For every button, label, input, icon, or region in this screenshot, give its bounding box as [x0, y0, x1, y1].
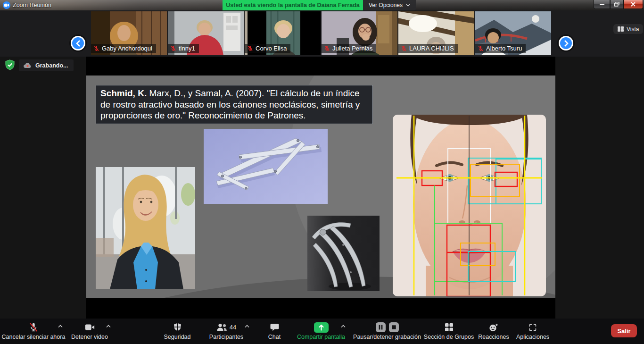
breakout-rooms-button[interactable]: Sección de Grupos	[424, 319, 473, 344]
meeting-toolbar: Cancelar silenciar ahora Detener video S…	[0, 319, 644, 344]
chevron-right-icon	[564, 40, 569, 47]
presentation-slide: Schmid, K. Marx, D., y Samal, A. (2007).…	[86, 76, 555, 298]
minimize-icon	[600, 4, 604, 5]
participant-name-tag: Gaby Anchordoqui	[91, 44, 156, 53]
participant-name-tag: LAURA CHIJLIS	[398, 44, 458, 53]
security-button[interactable]: Seguridad	[154, 319, 201, 344]
participants-video-strip: Gaby Anchordoqui tinny1	[0, 10, 644, 57]
participants-options-caret[interactable]	[244, 325, 250, 328]
participants-count: 44	[230, 324, 236, 331]
share-options-caret[interactable]	[340, 325, 346, 328]
apps-button[interactable]: Aplicaciones	[514, 319, 552, 344]
zoom-app-icon	[3, 1, 10, 9]
pause-recording-button-icon[interactable]	[376, 322, 386, 332]
golden-gauge-photo	[307, 216, 380, 291]
title-bar: Zoom Reunión Usted está viendo la pantal…	[0, 0, 644, 10]
participants-icon	[216, 323, 228, 331]
portrait-photo	[96, 167, 195, 289]
grid-view-icon	[618, 26, 624, 32]
cloud-recording-icon	[24, 62, 32, 68]
participant-name-tag: Corvo Elisa	[245, 44, 290, 53]
shared-screen-area: Schmid, K. Marx, D., y Samal, A. (2007).…	[86, 57, 555, 319]
video-tile-laura[interactable]: LAURA CHIJLIS	[398, 11, 474, 55]
stop-recording-button-icon[interactable]	[389, 322, 399, 332]
citation-box: Schmid, K. Marx, D., y Samal, A. (2007).…	[96, 85, 373, 124]
chat-bubble-icon	[270, 323, 279, 332]
muted-mic-icon	[93, 45, 99, 51]
calipers-photo	[204, 129, 328, 204]
unmute-button[interactable]: Cancelar silenciar ahora	[0, 319, 67, 344]
share-screen-icon	[314, 322, 329, 333]
close-icon	[631, 2, 636, 7]
video-camera-icon	[85, 324, 95, 331]
encryption-shield-icon[interactable]	[5, 59, 15, 71]
zoom-meeting-window: Zoom Reunión Usted está viendo la pantal…	[0, 0, 644, 344]
face-analysis-photo	[393, 115, 546, 296]
video-tile-tinny1[interactable]: tinny1	[168, 11, 244, 55]
video-tile-gaby[interactable]: Gaby Anchordoqui	[91, 11, 167, 55]
muted-mic-icon	[478, 45, 484, 51]
muted-mic-icon	[324, 45, 330, 51]
video-tile-corvo-elisa[interactable]: Corvo Elisa	[245, 11, 321, 55]
next-participants-button[interactable]	[559, 36, 573, 50]
shield-icon	[173, 323, 182, 332]
chevron-left-icon	[76, 40, 81, 47]
view-options-button[interactable]: Ver Opciones	[363, 0, 416, 10]
close-button[interactable]	[623, 0, 643, 9]
stop-video-button[interactable]: Detener video	[67, 319, 112, 344]
share-screen-button[interactable]: Compartir pantalla	[293, 319, 349, 344]
leave-meeting-button[interactable]: Salir	[611, 324, 637, 337]
video-tile-julieta[interactable]: Julieta Pernias	[322, 11, 397, 55]
previous-participants-button[interactable]	[71, 36, 85, 50]
participant-name-tag: Julieta Pernias	[322, 44, 376, 53]
pause-stop-recording-button[interactable]: Pausar/detener grabación	[350, 319, 424, 344]
muted-mic-icon	[247, 45, 253, 51]
chevron-down-icon	[406, 4, 410, 7]
citation-author: Schmid, K.	[100, 88, 147, 98]
chat-button[interactable]: Chat	[256, 319, 292, 344]
participant-name-tag: tinny1	[168, 44, 199, 53]
apps-icon	[528, 323, 537, 332]
muted-mic-icon	[170, 45, 176, 51]
vista-button[interactable]: Vista	[613, 24, 643, 34]
video-options-caret[interactable]	[106, 325, 111, 328]
window-title: Zoom Reunión	[13, 0, 51, 10]
breakout-grid-icon	[445, 323, 453, 331]
restore-icon	[614, 2, 619, 7]
muted-mic-icon	[29, 322, 38, 332]
mute-options-caret[interactable]	[58, 325, 63, 328]
minimize-button[interactable]	[594, 0, 610, 9]
video-tile-alberto[interactable]: Alberto Tsuru	[475, 11, 551, 55]
participant-name-tag: Alberto Tsuru	[475, 44, 526, 53]
participants-button[interactable]: 44 Participantes	[200, 319, 253, 344]
screen-share-banner: Usted está viendo la pantalla de Daiana …	[223, 0, 363, 10]
window-controls	[594, 0, 643, 9]
smiley-plus-icon	[489, 323, 498, 332]
recording-label: Grabando...	[35, 62, 68, 69]
restore-button[interactable]	[610, 0, 623, 9]
recording-indicator: Grabando...	[19, 59, 74, 71]
muted-mic-icon	[401, 45, 407, 51]
reactions-button[interactable]: Reacciones	[474, 319, 513, 344]
